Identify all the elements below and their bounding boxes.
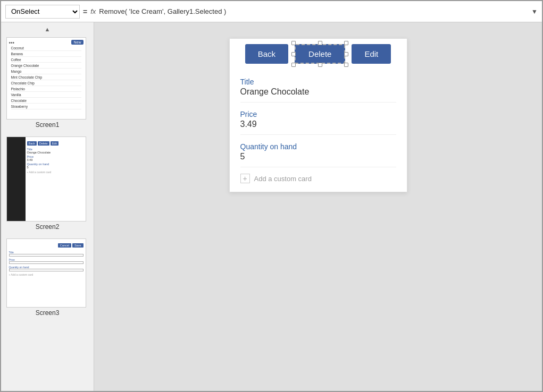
formula-input[interactable]	[99, 5, 528, 19]
screen1-item[interactable]: ••• New Coconut Banana Coffee Orange Cho…	[6, 37, 89, 130]
thumb-cancel-btn: Cancel	[58, 243, 71, 248]
formula-dropdown-btn[interactable]: ▼	[531, 8, 538, 15]
add-card-plus-icon: +	[240, 174, 250, 183]
screen3-content: Cancel Save Title Price Quantity on hand	[9, 243, 83, 276]
screen2-thumbnail[interactable]: Back Delete Edit Title Orange Chocolate …	[6, 137, 86, 221]
handle-br	[344, 63, 348, 67]
equals-sign: =	[83, 7, 87, 16]
card-body: Title Orange Chocolate Price 3.49 Quanti…	[230, 69, 407, 192]
left-panel: ▲ ••• New Coconut Banana Coffee Orange C…	[1, 22, 94, 392]
screen2-dark-bar	[7, 137, 26, 221]
divider-2	[240, 134, 396, 135]
thumb-price-box: Price	[9, 258, 83, 264]
button-row: Back Delete Edit	[230, 39, 407, 69]
title-label: Title	[240, 78, 396, 86]
add-card-text: Add a custom card	[254, 175, 312, 183]
thumb-add-card: + Add a custom card	[27, 171, 83, 174]
thumb-price-value: 3.49	[27, 158, 83, 161]
screen3-label: Screen3	[6, 308, 89, 318]
list-item: Chocolate	[11, 98, 81, 104]
delete-button[interactable]: Delete	[295, 44, 345, 64]
divider-3	[240, 167, 396, 167]
fx-label: fx	[90, 7, 96, 15]
title-value: Orange Chocolate	[240, 87, 396, 97]
detail-card: Back Delete Edit	[229, 38, 407, 192]
screen2-content: Back Delete Edit Title Orange Chocolate …	[27, 141, 83, 174]
screen2-item[interactable]: Back Delete Edit Title Orange Chocolate …	[6, 137, 89, 232]
thumb-qty-value: 5	[27, 166, 83, 169]
thumb-edit-btn: Edit	[51, 141, 59, 146]
list-item: Banana	[11, 51, 81, 57]
edit-button[interactable]: Edit	[352, 44, 391, 64]
formula-select[interactable]: OnSelect	[5, 5, 80, 19]
screen1-thumbnail[interactable]: ••• New Coconut Banana Coffee Orange Cho…	[6, 37, 86, 120]
list-item: Vanilla	[11, 92, 81, 98]
screen3-item[interactable]: Cancel Save Title Price Quantity on hand	[6, 238, 89, 318]
quantity-label: Quantity on hand	[240, 142, 396, 151]
add-card-row[interactable]: + Add a custom card	[240, 174, 396, 183]
thumb-save-btn: Save	[72, 243, 83, 248]
list-item: Mango	[11, 69, 81, 74]
thumb-s3-add-card: + Add a custom card	[9, 273, 83, 276]
back-button[interactable]: Back	[245, 44, 288, 64]
list-item: Coffee	[11, 57, 81, 63]
screen2-btn-row: Back Delete Edit	[27, 141, 83, 146]
list-item: Chocolate Chip	[11, 80, 81, 86]
price-label: Price	[240, 110, 396, 118]
list-item: Strawberry	[11, 104, 81, 109]
screen2-label: Screen2	[6, 221, 89, 232]
thumb-qty-box: Quantity on hand	[9, 266, 83, 271]
screen1-list: Coconut Banana Coffee Orange Chocolate M…	[11, 45, 81, 109]
list-item: Orange Chocolate	[11, 63, 81, 69]
thumb-title-value: Orange Chocolate	[27, 151, 83, 154]
divider-1	[240, 102, 396, 103]
price-value: 3.49	[240, 120, 396, 129]
screen3-btn-row: Cancel Save	[9, 243, 83, 248]
quantity-value: 5	[240, 152, 396, 161]
thumb-title-box: Title	[9, 251, 83, 257]
canvas-area: Back Delete Edit	[94, 22, 542, 392]
list-item: Mint Chocolate Chip	[11, 74, 81, 80]
scroll-up-btn[interactable]: ▲	[1, 24, 94, 34]
thumb-back-btn: Back	[27, 141, 37, 146]
list-item: Pistachio	[11, 86, 81, 92]
main-layout: ▲ ••• New Coconut Banana Coffee Orange C…	[1, 22, 542, 392]
list-item: Coconut	[11, 45, 81, 51]
screen1-label: Screen1	[6, 120, 89, 130]
screen1-new-btn: New	[71, 40, 83, 45]
formula-bar: OnSelect = fx ▼	[1, 1, 542, 22]
screen3-thumbnail[interactable]: Cancel Save Title Price Quantity on hand	[6, 238, 86, 308]
thumb-delete-btn: Delete	[38, 141, 49, 146]
